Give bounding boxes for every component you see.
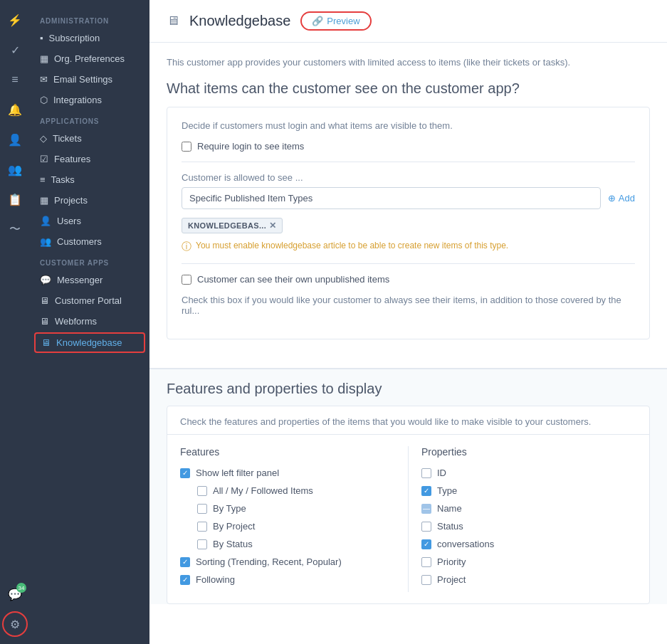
sidebar-item-tasks[interactable]: ≡ Tasks	[30, 169, 149, 190]
feature-all-my-followed: All / My / Followed Items	[197, 485, 395, 496]
tickets-icon: ◇	[40, 133, 47, 144]
properties-col: Properties ID ✓ Type — Name	[421, 446, 636, 592]
sidebar-item-label: Customer Portal	[55, 295, 122, 306]
notification-icon[interactable]: 💬 34	[2, 581, 28, 607]
messenger-icon: 💬	[40, 275, 51, 285]
link-icon: 🔗	[312, 16, 323, 26]
sidebar-item-label: Projects	[54, 195, 88, 206]
feature-sorting: ✓ Sorting (Trending, Recent, Popular)	[180, 556, 395, 567]
applications-section-label: APPLICATIONS	[30, 110, 149, 128]
subscription-icon: ▪	[40, 33, 43, 43]
feature-by-status: By Status	[197, 539, 395, 549]
type-checkbox[interactable]: ✓	[421, 486, 431, 496]
people-icon[interactable]: 👥	[2, 157, 28, 182]
all-my-followed-checkbox[interactable]	[197, 486, 207, 496]
following-checkbox[interactable]: ✓	[180, 575, 190, 585]
id-checkbox[interactable]	[421, 468, 431, 478]
sidebar-item-projects[interactable]: ▦ Projects	[30, 190, 149, 211]
id-label: ID	[437, 468, 446, 478]
wave-icon[interactable]: 〜	[2, 216, 28, 242]
admin-section-label: ADMINISTRATION	[30, 10, 149, 28]
unpublished-help-text: Check this box if you would like your cu…	[182, 295, 635, 316]
page-icon: 🖥	[167, 14, 179, 28]
sidebar-item-customers[interactable]: 👥 Customers	[30, 231, 149, 252]
email-icon: ✉	[40, 74, 48, 85]
features-col: Features ✓ Show left filter panel All / …	[180, 446, 395, 592]
warning-icon: ⓘ	[182, 241, 191, 253]
priority-checkbox[interactable]	[421, 557, 431, 567]
by-status-checkbox[interactable]	[197, 539, 207, 549]
icon-bar: ⚡ ✓ ≡ 🔔 👤 👥 📋 〜 💬 34 ⚙	[0, 0, 30, 644]
by-status-label: By Status	[213, 539, 253, 549]
property-status: Status	[421, 521, 636, 532]
sidebar-item-label: Subscription	[49, 33, 100, 43]
tag-remove-button[interactable]: ✕	[269, 221, 276, 231]
sidebar-item-email-settings[interactable]: ✉ Email Settings	[30, 69, 149, 90]
following-label: Following	[196, 574, 235, 585]
require-login-label: Require login to see items	[197, 141, 304, 152]
show-left-filter-checkbox[interactable]: ✓	[180, 468, 190, 478]
name-checkbox[interactable]: —	[421, 504, 431, 514]
sidebar-item-customer-portal[interactable]: 🖥 Customer Portal	[30, 290, 149, 311]
dashboard-icon[interactable]: ⚡	[2, 7, 28, 33]
settings-icon[interactable]: ⚙	[2, 611, 28, 637]
property-name: — Name	[421, 503, 636, 514]
status-checkbox[interactable]	[421, 522, 431, 532]
sidebar-item-webforms[interactable]: 🖥 Webforms	[30, 311, 149, 332]
sidebar-item-label: Users	[57, 216, 81, 226]
require-login-checkbox[interactable]	[182, 142, 191, 152]
type-label: Type	[437, 485, 457, 496]
features-section: Features and properties to display Check…	[149, 368, 667, 604]
sidebar-item-label: Email Settings	[53, 74, 112, 85]
property-priority: Priority	[421, 556, 636, 567]
clipboard-icon[interactable]: 📋	[2, 186, 28, 212]
feature-following: ✓ Following	[180, 574, 395, 585]
sidebar-item-label: Integrations	[53, 95, 102, 105]
features-columns: Features ✓ Show left filter panel All / …	[167, 435, 649, 603]
page-title: Knowledgebase	[189, 13, 290, 29]
property-id: ID	[421, 468, 636, 478]
sidebar-item-users[interactable]: 👤 Users	[30, 211, 149, 231]
features-intro: Check the features and properties of the…	[167, 406, 649, 435]
sidebar-item-integrations[interactable]: ⬡ Integrations	[30, 90, 149, 110]
features-section-title: Features and properties to display	[149, 369, 667, 406]
features-icon: ☑	[40, 154, 48, 164]
person-icon[interactable]: 👤	[2, 127, 28, 152]
project-checkbox[interactable]	[421, 575, 431, 585]
sidebar-item-knowledgebase[interactable]: 🖥 Knowledgebase	[34, 332, 145, 353]
sidebar-item-label: Tasks	[51, 174, 75, 185]
tag-label: KNOWLEDGEBAS...	[188, 221, 266, 230]
preview-button[interactable]: 🔗 Preview	[300, 11, 371, 31]
unpublished-checkbox[interactable]	[182, 275, 191, 285]
conversations-checkbox[interactable]: ✓	[421, 539, 431, 549]
sidebar-item-messenger[interactable]: 💬 Messenger	[30, 270, 149, 290]
org-preferences-icon: ▦	[40, 53, 48, 64]
sidebar-item-label: Features	[54, 154, 90, 164]
sidebar-item-tickets[interactable]: ◇ Tickets	[30, 128, 149, 149]
sidebar-item-features[interactable]: ☑ Features	[30, 149, 149, 169]
sidebar-item-subscription[interactable]: ▪ Subscription	[30, 28, 149, 48]
item-types-select[interactable]: Specific Published Item Types	[182, 187, 601, 209]
unpublished-checkbox-row: Customer can see their own unpublished i…	[182, 274, 635, 285]
customer-apps-section-label: CUSTOMER APPS	[30, 252, 149, 270]
show-left-filter-label: Show left filter panel	[196, 468, 279, 478]
property-conversations: ✓ conversations	[421, 539, 636, 549]
add-button[interactable]: ⊕ Add	[608, 193, 635, 204]
intro-text: This customer app provides your customer…	[167, 57, 650, 68]
property-type: ✓ Type	[421, 485, 636, 496]
check-icon[interactable]: ✓	[2, 37, 28, 63]
webforms-icon: 🖥	[40, 316, 49, 327]
list-icon[interactable]: ≡	[2, 67, 28, 93]
sidebar-item-label: Org. Preferences	[54, 53, 125, 64]
sidebar-item-label: Tickets	[53, 133, 82, 144]
column-divider	[408, 446, 409, 592]
by-type-checkbox[interactable]	[197, 504, 207, 514]
sidebar-item-org-preferences[interactable]: ▦ Org. Preferences	[30, 48, 149, 69]
features-card: Check the features and properties of the…	[167, 406, 650, 604]
bell-icon[interactable]: 🔔	[2, 97, 28, 122]
by-project-checkbox[interactable]	[197, 522, 207, 532]
features-col-title: Features	[180, 446, 395, 458]
sorting-checkbox[interactable]: ✓	[180, 557, 190, 567]
main-content: 🖥 Knowledgebase 🔗 Preview This customer …	[149, 0, 667, 644]
allowed-to-see-label: Customer is allowed to see ...	[182, 172, 635, 183]
